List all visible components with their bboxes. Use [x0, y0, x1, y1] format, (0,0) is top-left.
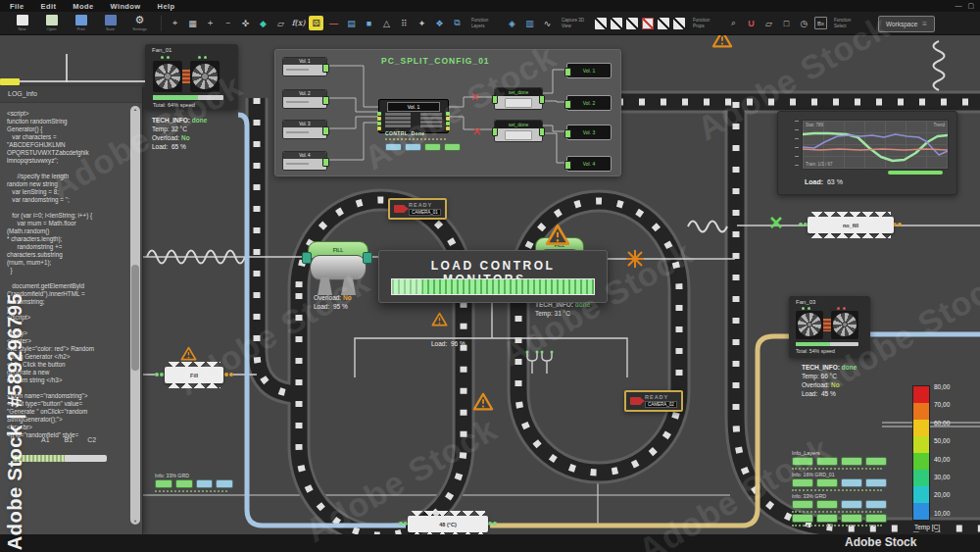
- split-set-node[interactable]: set_done: [494, 87, 543, 110]
- perspective-icon[interactable]: ▱: [273, 16, 288, 30]
- history-icon[interactable]: ◷: [797, 16, 811, 30]
- menu-file[interactable]: File: [10, 2, 24, 11]
- heater-capsule: 48 (°C): [408, 516, 488, 532]
- scroll-down-icon[interactable]: ▼: [130, 519, 140, 524]
- control-chip-green: [424, 143, 441, 151]
- status-chip-green: [792, 457, 813, 466]
- info-layers-chips: [792, 478, 888, 487]
- layout-icon[interactable]: ▤: [344, 16, 359, 30]
- status-chip-blue: [841, 500, 862, 509]
- log-scrollbar[interactable]: ▲ ▼: [130, 106, 140, 525]
- split-config-panel[interactable]: PC_SPLIT_CONFIG_01 Vol. 1 CONTRL_Done Vo…: [274, 49, 621, 176]
- square-empty-icon[interactable]: □: [779, 16, 794, 30]
- log-button-c2[interactable]: C2: [87, 436, 96, 443]
- crosshair-icon[interactable]: ⌖: [168, 16, 182, 30]
- minimize-icon[interactable]: —: [956, 1, 962, 11]
- sparkle-icon[interactable]: ✦: [415, 16, 429, 30]
- move-icon[interactable]: ✜: [238, 16, 253, 30]
- new-button[interactable]: New: [8, 15, 36, 31]
- duplicate-icon[interactable]: ⧉: [450, 16, 465, 30]
- pen-icon[interactable]: [611, 18, 622, 29]
- status-chip-green: [865, 457, 887, 466]
- split-input-node[interactable]: Vol. 2: [282, 89, 327, 109]
- color-scale-title: Temp [C]: [910, 523, 944, 531]
- log-button-a1[interactable]: A1: [41, 436, 50, 443]
- function-props-label: Function Props: [693, 18, 722, 27]
- split-output-node[interactable]: Vol. 4: [566, 156, 612, 172]
- pen-icon[interactable]: [658, 18, 669, 29]
- control-chips: [385, 143, 461, 151]
- error-x-icons: [472, 94, 480, 134]
- scroll-up-icon[interactable]: ▲: [130, 107, 140, 112]
- trend-chart: Stat: 789 Trend Train: 1/3 / 67: [802, 120, 949, 170]
- settings-button[interactable]: ⚙Settings: [125, 15, 154, 31]
- pen-icon[interactable]: [673, 18, 685, 29]
- open-button[interactable]: Open: [37, 15, 66, 31]
- cone-icon[interactable]: △: [379, 16, 394, 30]
- color-scale-labels: 80,0070,0060,0050,0040,0030,0020,0010,00: [910, 383, 969, 521]
- scrollbar-thumb[interactable]: [131, 265, 139, 371]
- fan-icon: [833, 313, 857, 336]
- log-progress-fill: [13, 455, 65, 462]
- pen-icon[interactable]: [595, 18, 607, 29]
- open-icon: [46, 15, 58, 25]
- camera-status: READY: [409, 202, 441, 208]
- bx-icon[interactable]: Bx: [814, 17, 827, 29]
- split-output-node[interactable]: Vol. 2: [566, 95, 612, 111]
- menu-mode[interactable]: Mode: [73, 2, 93, 11]
- pen-red-icon[interactable]: [642, 18, 654, 29]
- fan03-panel[interactable]: Fan_03 Total: 54% speed: [789, 296, 870, 358]
- layers-icon[interactable]: ▥: [522, 16, 537, 30]
- fx-icon[interactable]: f(x): [291, 16, 306, 30]
- cube-blue-icon[interactable]: ❖: [432, 16, 447, 30]
- print-button[interactable]: Print: [67, 15, 95, 31]
- scale-tick-label: 40,00: [934, 456, 950, 463]
- camera-name: CAMERA_01: [409, 209, 441, 216]
- pin-icon[interactable]: ◈: [505, 16, 519, 30]
- split-input-node[interactable]: Vol. 1: [282, 57, 327, 76]
- pen-icon[interactable]: [626, 18, 638, 29]
- split-output-node[interactable]: Vol. 3: [566, 125, 612, 140]
- search-icon[interactable]: ⌕: [726, 16, 741, 30]
- status-chip-green: [841, 457, 862, 466]
- input-node-body: [286, 98, 323, 107]
- fan01-speed-bar: [153, 95, 223, 100]
- u-shape-icon[interactable]: U: [744, 16, 759, 30]
- mid-load-label: Load: 96 %: [431, 339, 466, 348]
- menu-edit[interactable]: Edit: [41, 2, 57, 11]
- scale-tick-label: 60,00: [934, 420, 950, 427]
- split-center-node[interactable]: Vol. 1: [378, 99, 449, 133]
- menu-help[interactable]: Help: [158, 2, 175, 11]
- trend-panel[interactable]: Stat: 789 Trend Train: 1/3 / 67 Load: 63…: [777, 111, 957, 195]
- split-set-node[interactable]: set_done: [494, 120, 543, 142]
- save-label: Save: [106, 26, 115, 31]
- control-port-dots: [385, 138, 446, 140]
- fan01-panel[interactable]: Fan_01 Total: 64% speed: [145, 44, 238, 110]
- input-node-body: [286, 128, 323, 137]
- zoom-out-icon[interactable]: －: [220, 16, 235, 30]
- cube-icon[interactable]: ◆: [256, 16, 270, 30]
- workspace-button[interactable]: Workspace ≡: [878, 16, 935, 32]
- grid-icon[interactable]: ⠿: [397, 16, 412, 30]
- parallelogram-icon[interactable]: ▱: [761, 16, 776, 30]
- camera01-badge: READY CAMERA_01: [388, 198, 447, 220]
- trend-load-row: Load: 63 %: [805, 178, 843, 185]
- zoom-in-icon[interactable]: ＋: [203, 16, 218, 30]
- log-button-b1[interactable]: B1: [65, 436, 74, 443]
- viewport-icon[interactable]: ■: [362, 16, 376, 30]
- menu-window[interactable]: Window: [110, 2, 140, 11]
- scale-tick-label: 20,00: [934, 491, 950, 498]
- save-button[interactable]: Save: [96, 15, 124, 31]
- measure-icon[interactable]: ―: [326, 16, 341, 30]
- split-output-node[interactable]: Vol. 1: [566, 63, 612, 78]
- chart-mini-icon[interactable]: ∿: [540, 16, 555, 30]
- dice-icon[interactable]: ⚄: [309, 16, 323, 30]
- status-chip-green: [865, 514, 887, 523]
- center-node-title: Vol. 1: [387, 102, 440, 112]
- info-layers-row-label: Info: 16% GRD_01: [792, 472, 888, 477]
- split-input-node[interactable]: Vol. 3: [282, 120, 327, 139]
- grd-label: Info: 33% GRD: [155, 473, 233, 478]
- split-input-node[interactable]: Vol. 4: [282, 151, 327, 171]
- image-view-icon[interactable]: ▦: [185, 16, 200, 30]
- maximize-icon[interactable]: ▢: [968, 1, 975, 11]
